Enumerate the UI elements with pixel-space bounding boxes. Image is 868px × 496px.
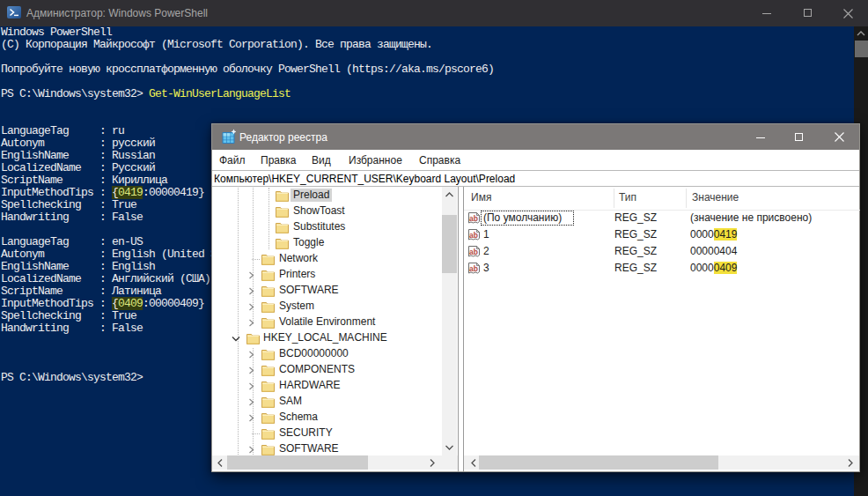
svg-text:ab: ab — [469, 214, 478, 223]
svg-text:ab: ab — [469, 248, 478, 256]
svg-text:ab: ab — [469, 231, 478, 240]
svg-text:ab: ab — [469, 264, 478, 273]
